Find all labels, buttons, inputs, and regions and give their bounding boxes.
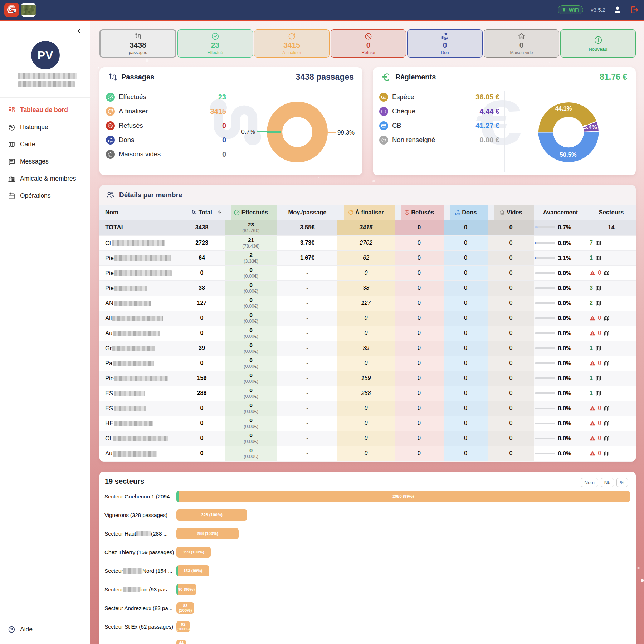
- svg-text:44.1%: 44.1%: [555, 105, 572, 112]
- svg-text:50.5%: 50.5%: [560, 151, 577, 158]
- svg-text:0.7%: 0.7%: [241, 128, 255, 135]
- svg-text:5.4%: 5.4%: [584, 124, 597, 130]
- svg-text:99.3%: 99.3%: [337, 129, 355, 136]
